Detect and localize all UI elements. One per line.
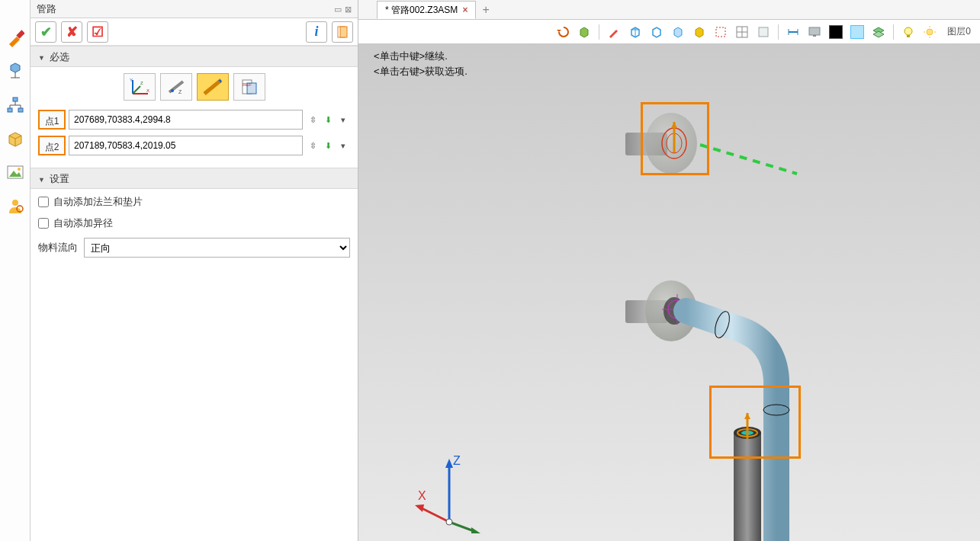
svg-marker-39: [696, 27, 703, 37]
help-button[interactable]: [332, 21, 353, 43]
plane-icon[interactable]: [757, 25, 770, 39]
panel-title-bar: 管路 ▭ ⊠: [31, 0, 358, 18]
svg-marker-1: [11, 63, 20, 72]
user-icon[interactable]: [6, 197, 24, 215]
mode-coord-system[interactable]: YXZ: [124, 73, 156, 101]
viewport-toolbar: 图层0: [358, 20, 980, 44]
auto-reducer-label: 自动添加异径: [53, 216, 113, 230]
mode-two-points[interactable]: [197, 73, 229, 101]
mode-axis-point[interactable]: Z: [160, 73, 192, 101]
svg-point-13: [18, 168, 21, 171]
panel-action-bar: ✔ ✘ ☑ i: [31, 18, 358, 46]
color-cyan-swatch[interactable]: [850, 25, 864, 39]
tab-add-icon[interactable]: +: [482, 3, 489, 17]
svg-point-54: [927, 29, 933, 35]
point2-pick-icon[interactable]: ⬇: [321, 137, 335, 154]
svg-text:Z: Z: [140, 81, 143, 85]
view-cube-icon[interactable]: [577, 25, 591, 39]
document-tab-label: * 管路002.Z3ASM: [385, 1, 458, 19]
point1-input[interactable]: [69, 110, 303, 130]
svg-rect-44: [759, 27, 768, 37]
hidden-line-icon[interactable]: [650, 25, 664, 39]
cube-tree-icon[interactable]: [6, 62, 24, 81]
shaded-icon[interactable]: [671, 25, 685, 39]
panel-restore-icon[interactable]: ▭: [334, 0, 342, 18]
tab-close-icon[interactable]: ×: [462, 1, 468, 19]
layer-label[interactable]: 图层0: [947, 25, 971, 38]
panel-title: 管路: [37, 0, 56, 18]
flow-direction-select[interactable]: 正向: [84, 238, 350, 258]
svg-point-52: [904, 27, 912, 35]
svg-marker-32: [557, 30, 561, 32]
viewport[interactable]: * 管路002.Z3ASM × + 图层0: [358, 0, 980, 541]
toolbar-separator: [778, 24, 779, 40]
grid-icon[interactable]: [735, 25, 749, 39]
svg-line-27: [204, 80, 221, 94]
svg-rect-17: [340, 27, 347, 37]
point2-label: 点2: [38, 136, 66, 155]
auto-reducer-checkbox[interactable]: [38, 218, 49, 229]
hierarchy-icon[interactable]: [6, 96, 24, 114]
selection-highlight-point1: [641, 102, 709, 175]
svg-rect-4: [13, 98, 18, 101]
point2-dropdown-icon[interactable]: ▾: [336, 137, 350, 154]
left-icon-strip: [0, 0, 31, 541]
svg-text:X: X: [146, 88, 149, 93]
pencil-icon[interactable]: [607, 25, 621, 39]
selection-highlight-point2: [709, 386, 801, 459]
svg-text:Z: Z: [178, 89, 182, 94]
svg-point-14: [12, 200, 18, 206]
section-view-icon[interactable]: [714, 25, 728, 39]
document-tab[interactable]: * 管路002.Z3ASM ×: [377, 1, 476, 19]
svg-line-65: [700, 145, 797, 174]
package-icon[interactable]: [6, 130, 24, 148]
section-required-header[interactable]: 必选: [31, 46, 358, 67]
toolbar-separator: [599, 24, 599, 40]
document-tab-bar: * 管路002.Z3ASM × +: [358, 0, 980, 20]
svg-rect-48: [809, 27, 820, 35]
color-black-swatch[interactable]: [829, 25, 843, 39]
point1-expand-icon[interactable]: ⇳: [306, 111, 320, 128]
svg-rect-40: [716, 27, 725, 37]
info-button[interactable]: i: [306, 21, 327, 43]
svg-rect-53: [907, 35, 910, 37]
svg-rect-49: [813, 35, 816, 37]
point1-label: 点1: [38, 110, 66, 130]
dimension-icon[interactable]: [786, 25, 800, 39]
svg-rect-6: [18, 108, 23, 112]
flow-direction-label: 物料流向: [38, 241, 78, 254]
section-required-body: YXZ Z REF 点1 ⇳ ⬇ ▾: [31, 67, 358, 168]
layers-icon[interactable]: [872, 25, 885, 39]
svg-marker-51: [873, 31, 884, 37]
svg-rect-5: [8, 108, 12, 112]
ok-button[interactable]: ✔: [35, 21, 56, 43]
wireframe-icon[interactable]: [628, 25, 642, 39]
section-settings-header[interactable]: 设置: [31, 168, 358, 189]
svg-line-20: [133, 86, 140, 94]
mode-ref-geometry[interactable]: REF: [233, 73, 265, 101]
point2-expand-icon[interactable]: ⇳: [306, 137, 320, 154]
svg-point-25: [171, 89, 174, 92]
pipe-panel: 管路 ▭ ⊠ ✔ ✘ ☑ i 必选 YXZ: [31, 0, 358, 541]
monitor-icon[interactable]: [808, 25, 821, 39]
image-icon[interactable]: [6, 163, 24, 181]
toolbar-separator: [893, 24, 894, 40]
svg-marker-37: [653, 27, 660, 37]
svg-text:Y: Y: [130, 78, 133, 82]
auto-flange-checkbox[interactable]: [38, 197, 49, 207]
brush-icon[interactable]: [6, 29, 24, 47]
panel-close-icon[interactable]: ⊠: [345, 0, 352, 18]
gold-cube-icon[interactable]: [692, 25, 706, 39]
point1-pick-icon[interactable]: ⬇: [321, 111, 335, 128]
sun-icon[interactable]: [923, 25, 937, 39]
cancel-button[interactable]: ✘: [61, 21, 82, 43]
svg-text:REF: REF: [243, 82, 252, 87]
bulb-icon[interactable]: [901, 25, 915, 39]
svg-marker-33: [580, 27, 588, 37]
point1-dropdown-icon[interactable]: ▾: [336, 111, 350, 128]
undo-view-icon[interactable]: [556, 25, 570, 39]
apply-button[interactable]: ☑: [87, 21, 108, 43]
point2-input[interactable]: [69, 136, 303, 155]
section-settings-body: 自动添加法兰和垫片 自动添加异径 物料流向 正向: [31, 189, 358, 264]
svg-marker-38: [674, 27, 682, 37]
